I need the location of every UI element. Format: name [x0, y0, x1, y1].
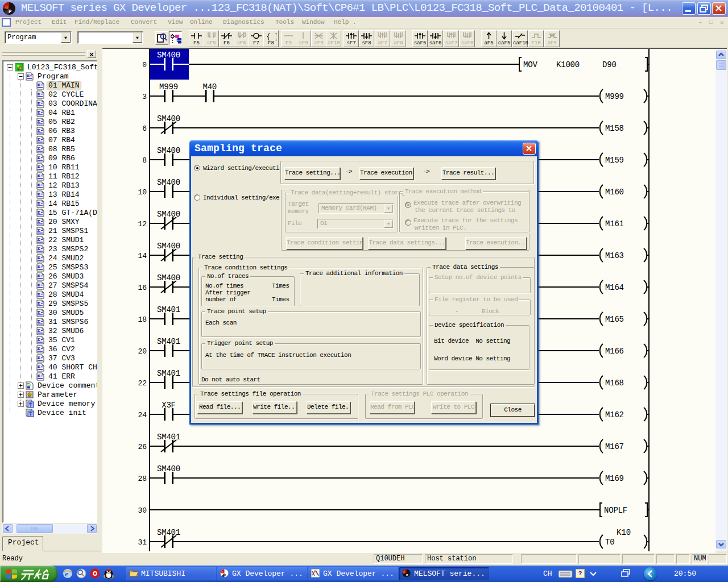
svg-text:SM401: SM401: [157, 528, 180, 537]
svg-text:6: 6: [142, 124, 147, 133]
svg-text:SM401: SM401: [157, 337, 180, 346]
svg-text:M162: M162: [605, 410, 624, 419]
svg-text:0: 0: [142, 61, 147, 69]
svg-text:SM400: SM400: [157, 273, 180, 282]
svg-text:P: P: [406, 573, 408, 577]
svg-text:SM401: SM401: [157, 369, 180, 378]
svg-text:G: G: [221, 571, 224, 575]
svg-text:M168: M168: [605, 379, 624, 388]
svg-text:{ }: { }: [266, 32, 277, 40]
svg-text:G: G: [403, 571, 406, 575]
svg-text:M999: M999: [605, 92, 624, 101]
svg-text:30: 30: [138, 506, 147, 515]
svg-text:M999: M999: [159, 82, 178, 92]
svg-text:NOPLF: NOPLF: [604, 506, 627, 515]
svg-text:M165: M165: [605, 315, 624, 324]
svg-text:M161: M161: [605, 219, 624, 228]
svg-text:MOV: MOV: [523, 60, 537, 69]
svg-text:16: 16: [138, 284, 147, 292]
svg-text:10: 10: [138, 188, 147, 197]
svg-text:T0: T0: [605, 538, 614, 547]
svg-text:M166: M166: [605, 347, 624, 356]
svg-text:SM400: SM400: [157, 210, 180, 219]
svg-text:M169: M169: [605, 474, 624, 483]
svg-text:SM401: SM401: [157, 433, 180, 442]
svg-text:K1000: K1000: [556, 60, 580, 69]
svg-text:K10: K10: [617, 528, 631, 537]
svg-text:SM400: SM400: [157, 242, 180, 251]
svg-text:24: 24: [138, 411, 147, 419]
svg-text:M167: M167: [605, 442, 624, 451]
svg-text:3: 3: [142, 93, 147, 101]
svg-text:P: P: [9, 9, 12, 15]
svg-text:M164: M164: [605, 283, 624, 292]
svg-text:SM400: SM400: [157, 146, 180, 155]
svg-text:M160: M160: [605, 188, 624, 197]
svg-text:14: 14: [138, 252, 147, 260]
svg-text:28: 28: [138, 475, 147, 483]
svg-text:SM401: SM401: [157, 305, 180, 314]
svg-text:M163: M163: [605, 251, 624, 260]
svg-text:P: P: [224, 573, 226, 577]
svg-text:M40: M40: [202, 82, 217, 92]
svg-text:SM400: SM400: [157, 51, 180, 60]
svg-text:22: 22: [138, 379, 147, 388]
svg-text:SM400: SM400: [157, 178, 180, 187]
svg-text:SM400: SM400: [157, 464, 180, 473]
svg-text:M159: M159: [605, 156, 624, 165]
svg-text:X3F: X3F: [162, 401, 176, 410]
svg-text:12: 12: [138, 220, 147, 228]
svg-text:26: 26: [138, 443, 147, 451]
svg-text:M158: M158: [605, 124, 624, 133]
svg-text:D90: D90: [602, 60, 617, 69]
svg-text:18: 18: [138, 315, 147, 324]
svg-text:20: 20: [138, 347, 147, 356]
svg-text:31: 31: [138, 538, 147, 547]
svg-text:SM400: SM400: [157, 114, 180, 123]
svg-text:8: 8: [142, 156, 147, 165]
svg-text:G: G: [5, 5, 8, 11]
